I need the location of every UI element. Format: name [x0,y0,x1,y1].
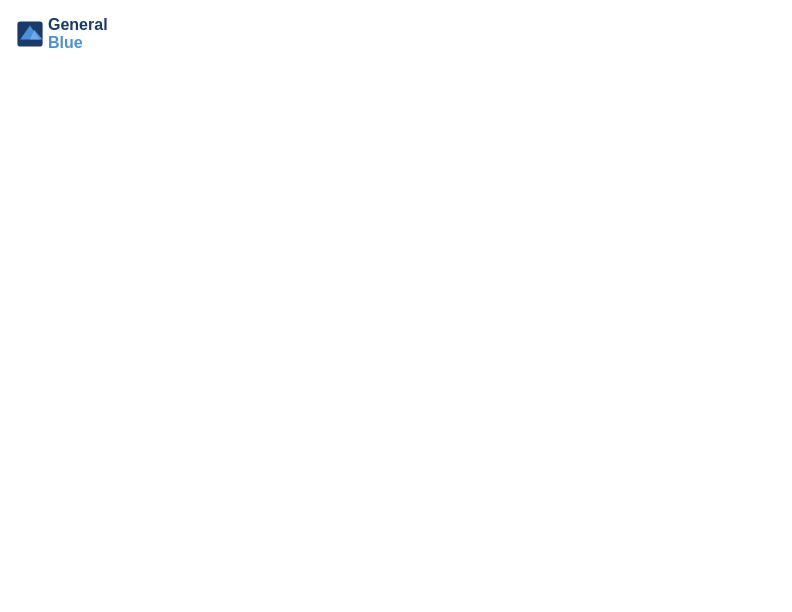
header: General Blue [16,16,776,52]
logo-icon [16,20,44,48]
logo: General Blue [16,16,108,52]
logo-text: General Blue [48,16,108,52]
